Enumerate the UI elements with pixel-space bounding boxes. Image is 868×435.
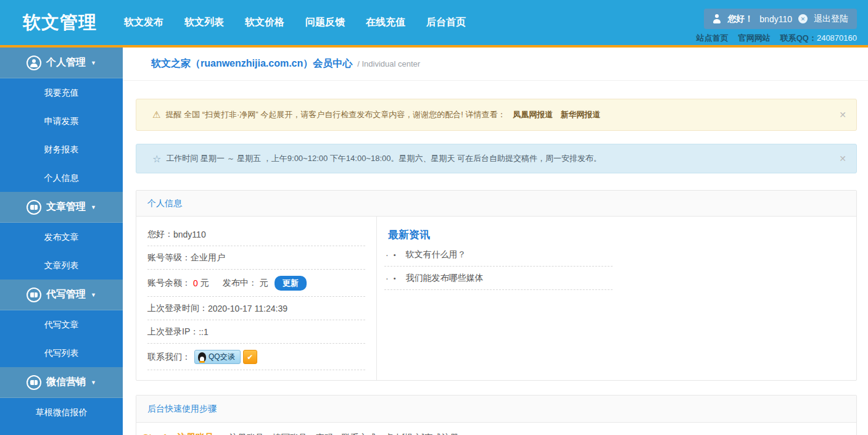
news-item-label: 软文有什么用？ — [406, 249, 466, 260]
sidebar-group-ghostwriting[interactable]: 代写管理 ▼ — [0, 280, 123, 310]
sidebar-group-wechat[interactable]: 微信营销 ▼ — [0, 367, 123, 398]
balance-value: 0 — [193, 278, 198, 288]
book-icon — [27, 375, 41, 390]
balance-label: 账号余额： — [147, 278, 191, 289]
logout-icon[interactable]: ✕ — [798, 14, 808, 23]
page: 软文管理 软文发布 软文列表 软文价格 问题反馈 在线充值 后台首页 您好！ b… — [0, 0, 868, 435]
step1-description: 注册账号，填写账号、密码、联系方式，点击[提交]完成注册 — [229, 433, 459, 435]
nav-item-list[interactable]: 软文列表 — [184, 16, 224, 29]
greeting-text: 您好！ — [727, 14, 753, 25]
qq-chat-label: QQ交谈 — [209, 352, 235, 362]
sidebar-item-publish-article[interactable]: 发布文章 — [0, 223, 123, 251]
steps-panel-title: 后台快速使用步骤 — [147, 404, 217, 415]
bullet-icon: · — [386, 273, 389, 283]
app-logo: 软文管理 — [0, 10, 123, 35]
close-icon[interactable]: ✕ — [839, 110, 846, 120]
qq-penguin-icon — [198, 352, 206, 362]
sidebar-item-invoice[interactable]: 申请发票 — [0, 107, 123, 135]
account-level-row: 账号等级： 企业用户 — [147, 246, 365, 270]
warning-icon: ⚠ — [152, 109, 160, 120]
info-text: 工作时间 星期一 ～ 星期五 ，上午9:00~12:00 下午14:00~18:… — [166, 153, 601, 164]
sidebar-group-label: 代写管理 — [46, 288, 86, 301]
qq-shield-badge[interactable]: ✔ — [243, 350, 257, 364]
profile-panel-header: 个人信息 — [136, 191, 856, 217]
profile-details: 您好： bndy110 账号等级： 企业用户 账号余额： 0 元 — [136, 217, 377, 380]
sidebar-group-label: 文章管理 — [46, 201, 86, 213]
sidebar-item-finance-report[interactable]: 财务报表 — [0, 135, 123, 164]
logout-link[interactable]: 退出登陆 — [814, 14, 848, 25]
book-icon — [27, 288, 41, 302]
level-value: 企业用户 — [191, 252, 225, 263]
sidebar-group-label: 微信营销 — [46, 376, 86, 389]
update-button[interactable]: 更新 — [275, 276, 307, 291]
bullet-icon: • — [394, 251, 396, 259]
official-site-link[interactable]: 官网网站 — [738, 33, 771, 44]
greeting-value: bndy110 — [173, 230, 206, 239]
sidebar-item-ghostwrite-list[interactable]: 代写列表 — [0, 339, 123, 367]
news-item[interactable]: · • 我们能发布哪些媒体 — [384, 267, 613, 290]
info-notice: ☆ 工作时间 星期一 ～ 星期五 ，上午9:00~12:00 下午14:00~1… — [136, 144, 857, 173]
sidebar-group-article[interactable]: 文章管理 ▼ — [0, 192, 123, 223]
warning-link-ifeng[interactable]: 凤凰网报道 — [513, 109, 553, 120]
warning-text: 提醒 全国 “扫黄打非·净网” 今起展开，请客户自行检查发布文章内容，谢谢您的配… — [165, 109, 505, 120]
top-nav: 软文发布 软文列表 软文价格 问题反馈 在线充值 后台首页 — [124, 16, 466, 29]
top-links: 站点首页 官网网站 联系QQ：240870160 — [696, 33, 857, 44]
news-title: 最新资讯 — [388, 228, 856, 242]
bullet-icon: · — [386, 250, 389, 260]
profile-panel-title: 个人信息 — [147, 198, 182, 209]
last-login-ip-row: 上次登录IP： ::1 — [147, 320, 365, 344]
chevron-down-icon: ▼ — [91, 292, 96, 298]
contact-row: 联系我们： QQ交谈 ✔ — [147, 344, 365, 370]
warning-notice: ⚠ 提醒 全国 “扫黄打非·净网” 今起展开，请客户自行检查发布文章内容，谢谢您… — [136, 99, 857, 131]
bullet-icon: • — [394, 275, 396, 282]
qq-label: 联系QQ： — [780, 33, 817, 43]
sidebar-item-ghostwrite-article[interactable]: 代写文章 — [0, 310, 123, 339]
last-login-time-row: 上次登录时间： 2020-10-17 11:24:39 — [147, 297, 365, 320]
sidebar-item-recharge[interactable]: 我要充值 — [0, 78, 123, 107]
balance-row: 账号余额： 0 元 发布中： 元 更新 — [147, 270, 365, 297]
profile-panel: 个人信息 您好： bndy110 账号等级： 企业用户 — [136, 190, 857, 381]
sidebar-group-label: 个人管理 — [46, 56, 86, 69]
close-icon[interactable]: ✕ — [839, 154, 846, 164]
page-title[interactable]: 软文之家（ruanwenzhijia.com.cn）会员中心 — [151, 57, 352, 70]
person-icon — [27, 56, 41, 70]
user-pill: 您好！ bndy110 ✕ 退出登陆 — [704, 9, 857, 29]
main-content: 软文之家（ruanwenzhijia.com.cn）会员中心 / Individ… — [123, 48, 868, 435]
news-item[interactable]: · • 软文有什么用？ — [384, 243, 613, 267]
nav-item-price[interactable]: 软文价格 — [245, 16, 284, 29]
greeting-label: 您好： — [147, 229, 173, 240]
greeting-row: 您好： bndy110 — [147, 223, 365, 246]
user-icon — [713, 14, 721, 23]
news-section: 最新资讯 · • 软文有什么用？ · • 我们能发布 — [377, 217, 856, 380]
warning-link-xinhua[interactable]: 新华网报道 — [561, 109, 601, 120]
level-label: 账号等级： — [147, 252, 191, 263]
sidebar-item-article-list[interactable]: 文章列表 — [0, 251, 123, 280]
site-home-link[interactable]: 站点首页 — [696, 33, 729, 44]
nav-item-admin-home[interactable]: 后台首页 — [426, 16, 466, 29]
nav-item-publish[interactable]: 软文发布 — [124, 16, 163, 29]
sidebar: 个人管理 ▼ 我要充值 申请发票 财务报表 个人信息 文章管理 ▼ 发布文章 文… — [0, 48, 123, 435]
login-ip-label: 上次登录IP： — [147, 326, 199, 338]
step1-row: Step1：注册账号 注册账号，填写账号、密码、联系方式，点击[提交]完成注册 — [136, 423, 856, 435]
steps-panel-header: 后台快速使用步骤 — [136, 396, 856, 423]
qq-number: 240870160 — [817, 33, 857, 43]
balance-unit: 元 — [200, 278, 209, 289]
username: bndy110 — [759, 14, 792, 24]
sidebar-item-profile[interactable]: 个人信息 — [0, 164, 123, 192]
step1-label: Step1：注册账号 — [143, 432, 214, 435]
contact-label: 联系我们： — [147, 352, 191, 363]
nav-item-feedback[interactable]: 问题反馈 — [305, 16, 345, 29]
login-ip-value: ::1 — [199, 327, 209, 337]
login-time-value: 2020-10-17 11:24:39 — [208, 304, 287, 313]
qq-chat-button[interactable]: QQ交谈 — [194, 350, 241, 364]
chevron-down-icon: ▼ — [91, 204, 96, 210]
page-subtitle: / Individual center — [357, 59, 420, 68]
nav-item-recharge[interactable]: 在线充值 — [366, 16, 405, 29]
sidebar-group-personal[interactable]: 个人管理 ▼ — [0, 48, 123, 78]
login-time-label: 上次登录时间： — [147, 303, 208, 314]
star-icon: ☆ — [152, 153, 161, 165]
chevron-down-icon: ▼ — [91, 60, 96, 66]
publishing-unit: 元 — [260, 278, 268, 289]
sidebar-item-wechat-quote[interactable]: 草根微信报价 — [0, 398, 123, 426]
steps-panel: 后台快速使用步骤 Step1：注册账号 注册账号，填写账号、密码、联系方式，点击… — [136, 395, 857, 435]
